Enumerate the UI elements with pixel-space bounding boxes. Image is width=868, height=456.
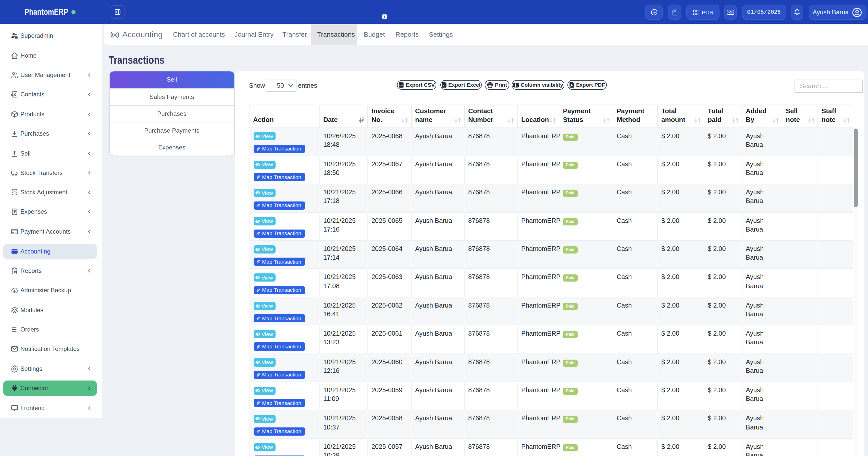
svg-text:x: x [443, 85, 444, 87]
svg-text:CSV: CSV [399, 85, 403, 87]
